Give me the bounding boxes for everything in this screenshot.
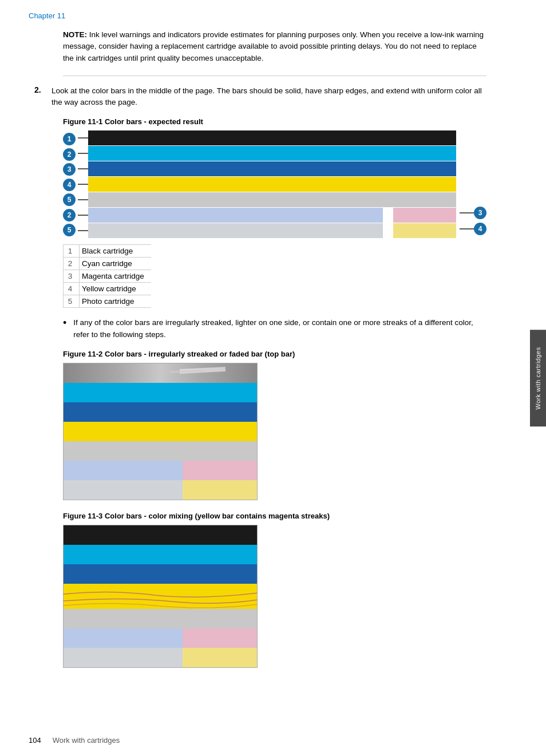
f2-bar-cyan bbox=[64, 383, 257, 402]
circle-3: 3 bbox=[63, 163, 76, 176]
legend-label-4: Yellow cartridge bbox=[80, 283, 151, 295]
note-box: NOTE: Ink level warnings and indicators … bbox=[63, 29, 486, 64]
legend-num-4: 4 bbox=[64, 283, 80, 295]
legend-table: 1 Black cartridge 2 Cyan cartridge 3 Mag… bbox=[63, 244, 151, 308]
f2-bar-split2-right bbox=[183, 480, 257, 500]
circle-4: 4 bbox=[63, 179, 76, 191]
bar-row-gray bbox=[78, 192, 456, 207]
page-number: 104 bbox=[29, 736, 41, 745]
f3-bar-black bbox=[64, 525, 257, 545]
bar-gap-2 bbox=[383, 223, 393, 238]
figure2-section: Figure 11-2 Color bars - irregularly str… bbox=[63, 350, 486, 500]
legend-row-3: 3 Magenta cartridge bbox=[64, 270, 151, 283]
bar-tick-3 bbox=[78, 168, 88, 169]
bar-yellow bbox=[88, 177, 456, 192]
figure1-left-labels: 1 2 3 4 5 2 5 bbox=[63, 130, 76, 239]
bar-row-cyan bbox=[78, 146, 456, 161]
f3-bar-split2-right bbox=[183, 648, 257, 667]
f2-bar-split1 bbox=[64, 461, 257, 480]
bullet-text: If any of the color bars are irregularly… bbox=[73, 317, 486, 341]
circle-5a: 5 bbox=[63, 193, 76, 206]
step-2: 2. Look at the color bars in the middle … bbox=[29, 85, 486, 109]
chapter-header: Chapter 11 bbox=[29, 11, 486, 20]
connector-4 bbox=[460, 228, 474, 229]
figure2-title: Figure 11-2 Color bars - irregularly str… bbox=[63, 350, 486, 358]
circle-5b: 5 bbox=[63, 224, 76, 236]
bar-split-left-1 bbox=[88, 208, 383, 223]
step-number: 2. bbox=[34, 85, 52, 109]
bar-tick-4 bbox=[78, 184, 88, 185]
figure1-bars bbox=[78, 130, 456, 239]
bar-magenta bbox=[88, 161, 456, 176]
figure1-right-labels: 3 4 bbox=[460, 130, 486, 239]
legend-label-3: Magenta cartridge bbox=[80, 270, 151, 283]
legend-row-4: 4 Yellow cartridge bbox=[64, 283, 151, 295]
bar-tick-5 bbox=[78, 199, 88, 200]
legend-num-2: 2 bbox=[64, 258, 80, 270]
bar-row-magenta bbox=[78, 161, 456, 176]
step-text: Look at the color bars in the middle of … bbox=[52, 85, 486, 109]
footer-label: Work with cartridges bbox=[53, 736, 120, 745]
f3-bar-split2 bbox=[64, 648, 257, 667]
bar-split-right-2 bbox=[393, 223, 456, 238]
bar-split-2 bbox=[78, 223, 456, 238]
bullet-dot: • bbox=[63, 316, 66, 330]
circle-2b: 2 bbox=[63, 209, 76, 221]
bar-black bbox=[88, 130, 456, 145]
f2-bar-darkblue bbox=[64, 402, 257, 422]
legend-label-2: Cyan cartridge bbox=[80, 258, 151, 270]
connector-3 bbox=[460, 212, 474, 213]
bar-tick-7 bbox=[78, 230, 88, 231]
bar-split-left-2 bbox=[88, 223, 383, 238]
f3-bar-split1-left bbox=[64, 628, 183, 648]
figure3-title: Figure 11-3 Color bars - color mixing (y… bbox=[63, 512, 486, 520]
legend-label-5: Photo cartridge bbox=[80, 295, 151, 308]
legend-num-5: 5 bbox=[64, 295, 80, 308]
f2-bar-split1-left bbox=[64, 461, 183, 480]
figure3-bars bbox=[63, 525, 258, 668]
legend-num-1: 1 bbox=[64, 245, 80, 258]
f3-bar-darkblue bbox=[64, 564, 257, 584]
f2-bar-yellow bbox=[64, 422, 257, 441]
note-label: NOTE: bbox=[63, 30, 87, 39]
right-label-3: 3 bbox=[460, 205, 486, 220]
circle-right-3: 3 bbox=[474, 207, 486, 219]
bar-tick-1 bbox=[78, 137, 88, 138]
note-text: Ink level warnings and indicators provid… bbox=[63, 30, 484, 62]
circle-right-4: 4 bbox=[474, 223, 486, 235]
f2-bar-split2 bbox=[64, 480, 257, 500]
legend-row-1: 1 Black cartridge bbox=[64, 245, 151, 258]
bar-split-1 bbox=[78, 208, 456, 223]
f2-bar-top bbox=[64, 363, 257, 383]
figure3-section: Figure 11-3 Color bars - color mixing (y… bbox=[63, 512, 486, 668]
bar-split-right-1 bbox=[393, 208, 456, 223]
page-footer: 104 Work with cartridges bbox=[29, 736, 120, 745]
circle-1: 1 bbox=[63, 133, 76, 145]
side-tab-label: Work with cartridges bbox=[535, 347, 541, 409]
legend-num-3: 3 bbox=[64, 270, 80, 283]
f3-bar-yellow-mixed bbox=[64, 584, 257, 609]
f3-bar-split2-left bbox=[64, 648, 183, 667]
f3-bar-split1-right bbox=[183, 628, 257, 648]
bar-gray bbox=[88, 192, 456, 207]
f3-bar-split1 bbox=[64, 628, 257, 648]
f2-bar-split1-right bbox=[183, 461, 257, 480]
mixing-svg bbox=[64, 584, 257, 609]
legend-row-2: 2 Cyan cartridge bbox=[64, 258, 151, 270]
bar-gap-1 bbox=[383, 208, 393, 223]
bullet-section: • If any of the color bars are irregular… bbox=[63, 317, 486, 341]
f3-bar-gray bbox=[64, 609, 257, 628]
bar-row-yellow bbox=[78, 177, 456, 192]
divider bbox=[63, 76, 486, 76]
side-tab: Work with cartridges bbox=[530, 330, 546, 426]
circle-2a: 2 bbox=[63, 148, 76, 161]
bar-row-black bbox=[78, 130, 456, 145]
bar-cyan bbox=[88, 146, 456, 161]
figure1-section: Figure 11-1 Color bars - expected result… bbox=[63, 117, 486, 308]
f2-bar-gray bbox=[64, 441, 257, 461]
bar-tick-2 bbox=[78, 153, 88, 154]
f2-bar-split2-left bbox=[64, 480, 183, 500]
legend-row-5: 5 Photo cartridge bbox=[64, 295, 151, 308]
f3-bar-cyan bbox=[64, 545, 257, 564]
figure2-bars bbox=[63, 363, 258, 500]
